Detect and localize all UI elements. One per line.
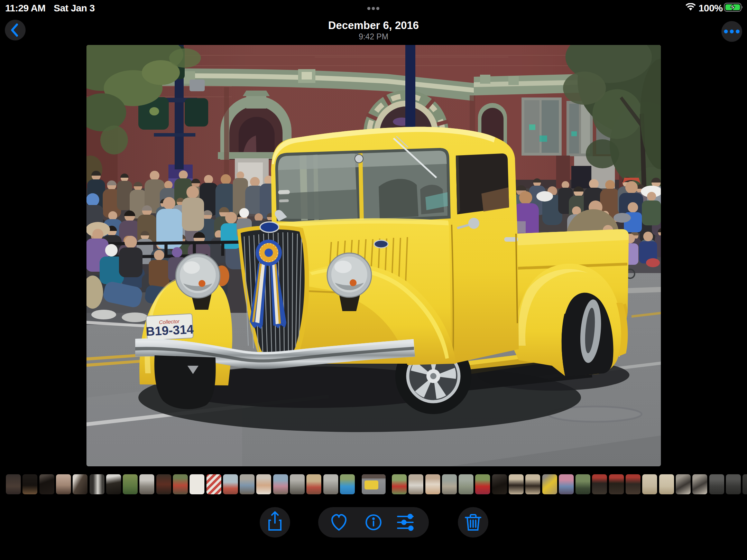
svg-text:B19-314: B19-314 (146, 322, 194, 338)
